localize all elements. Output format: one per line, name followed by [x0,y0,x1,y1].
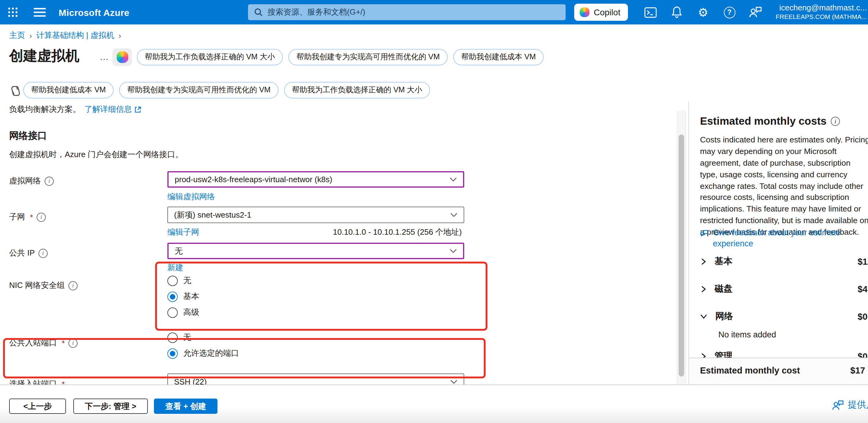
suggestion-pill[interactable]: 帮助我为工作负载选择正确的 VM 大小 [284,82,430,98]
feedback-person-icon [832,399,844,411]
public-ip-label: 公共 IPi [9,248,48,259]
product-title[interactable]: Microsoft Azure [59,7,129,18]
select-ports-label: 选择入站端口* [9,378,65,385]
user-email: icecheng@mathmast.c... [776,3,867,13]
nsg-option-basic[interactable]: 基本 [167,291,199,302]
copilot-logo-icon [580,7,589,17]
nsg-label: NIC 网络安全组i [9,280,78,291]
cost-row-disk[interactable]: 磁盘 $4.8 [700,283,868,294]
next-step-button[interactable]: 下一步: 管理 > [73,399,148,414]
chevron-right-icon [700,285,707,292]
breadcrumb: 主页 › 计算基础结构 | 虚拟机 › [9,30,121,41]
top-bar: Microsoft Azure 搜索资源、服务和文档(G+/) Copilot … [0,0,868,24]
global-search-input[interactable]: 搜索资源、服务和文档(G+/) [248,4,566,20]
notifications-bell-icon[interactable] [669,4,685,20]
radio-selected-icon [167,348,178,359]
suggestion-pill[interactable]: 帮助我创建专为实现高可用性而优化的 VM [288,49,447,65]
total-label: Estimated monthly cost [700,366,800,375]
radio-icon [167,332,178,343]
info-icon[interactable]: i [831,117,840,126]
search-placeholder: 搜索资源、服务和文档(G+/) [268,7,365,18]
inbound-ports-label: 公共入站端口*i [9,337,78,348]
user-tenant: FREELEAPS.COM (MATHMA... [776,13,867,21]
nsg-option-advanced[interactable]: 高级 [167,307,199,318]
account-info[interactable]: icecheng@mathmast.c... FREELEAPS.COM (MA… [776,3,867,21]
edit-vnet-link[interactable]: 编辑虚拟网络 [167,191,215,202]
help-icon[interactable]: ? [721,4,737,20]
copilot-badge-button[interactable] [113,48,132,66]
section-description: 创建虚拟机时，Azure 门户会创建一个网络接口。 [9,149,183,160]
page-title: 创建虚拟机 [9,47,80,65]
estimated-total-bar: Estimated monthly cost $17 [689,358,868,385]
select-ports-dropdown[interactable]: SSH (22) [167,373,464,385]
suggestion-pill[interactable]: 帮助我创建低成本 VM [23,82,114,98]
app-launcher-icon[interactable] [5,4,21,20]
cost-row-network[interactable]: 网络 $0.0 [700,311,868,322]
hamburger-menu-icon[interactable] [32,4,48,20]
topbar-icons: ⚙ ? [643,0,764,24]
section-title: 网络接口 [9,130,47,142]
chevron-down-icon [450,177,457,181]
provide-feedback-link[interactable]: 提供反馈 [832,399,868,411]
cost-panel-title: Estimated monthly costsi [700,115,840,128]
chevron-right-icon: › [119,31,121,40]
inbound-option-allow-selected[interactable]: 允许选定的端口 [167,348,239,359]
cloud-shell-icon[interactable] [643,4,658,20]
vnet-dropdown[interactable]: prod-usw2-k8s-freeleaps-virtual-networ (… [167,171,464,188]
footer-bar: <上一步 下一步: 管理 > 查看 + 创建 提供反馈 [0,385,868,423]
review-create-button[interactable]: 查看 + 创建 [154,399,217,414]
copilot-suggestions-row2: 帮助我创建低成本 VM 帮助我创建专为实现高可用性而优化的 VM 帮助我为工作负… [23,82,430,98]
chevron-down-icon [700,313,707,320]
more-options-button[interactable]: … [99,51,109,62]
suggestion-pill[interactable]: 帮助我创建低成本 VM [453,49,544,65]
radio-icon [167,275,178,286]
inbound-option-none[interactable]: 无 [167,332,191,343]
radio-selected-icon [167,291,178,302]
info-icon[interactable]: i [68,281,78,290]
breadcrumb-section[interactable]: 计算基础结构 | 虚拟机 [36,30,114,41]
speech-bubbles-icon [700,229,709,238]
cost-disclaimer: Costs indicated here are estimates only.… [700,135,868,238]
public-ip-dropdown[interactable]: 无 [167,243,464,259]
chevron-down-icon [450,379,458,384]
breadcrumb-home[interactable]: 主页 [9,30,25,41]
copilot-button[interactable]: Copilot [574,4,628,21]
scrollbar-thumb[interactable] [679,135,684,376]
radio-icon [167,307,178,317]
chevron-right-icon: › [29,31,32,40]
create-new-public-ip-link[interactable]: 新建 [167,262,183,273]
edit-subnet-link[interactable]: 编辑子网 [167,227,199,238]
copilot-outline-icon [9,84,21,97]
form-scroll-area: 负载均衡解决方案。 了解详细信息 网络接口 创建虚拟机时，Azure 门户会创建… [0,102,688,385]
cost-row-basic[interactable]: 基本 $12.9 [700,255,868,267]
external-link-icon [134,106,141,113]
suggestion-pill[interactable]: 帮助我创建专为实现高可用性而优化的 VM [119,82,278,98]
search-icon [254,8,263,17]
azure-portal: Microsoft Azure 搜索资源、服务和文档(G+/) Copilot … [0,0,868,423]
previous-step-button[interactable]: <上一步 [9,399,66,414]
vertical-scrollbar[interactable] [677,111,686,385]
learn-more-link[interactable]: 了解详细信息 [84,104,141,115]
estimate-feedback-link[interactable]: Give feedback about your estimate experi… [700,227,859,250]
subnet-dropdown[interactable]: (新项) snet-westus2-1 [167,207,464,223]
settings-gear-icon[interactable]: ⚙ [695,4,711,20]
no-items-note: No items added [718,330,776,339]
cost-panel: Estimated monthly costsi Costs indicated… [688,102,868,385]
nsg-option-none[interactable]: 无 [167,275,191,286]
copilot-logo-icon [116,51,128,63]
chevron-down-icon [450,213,458,217]
copilot-label: Copilot [594,7,620,17]
total-value: $17 [850,366,865,375]
info-icon[interactable]: i [44,176,54,186]
intro-text: 负载均衡解决方案。 [9,104,81,115]
chevron-right-icon [700,258,707,265]
subnet-range: 10.10.1.0 - 10.10.1.255 (256 个地址) [333,227,462,238]
subnet-label: 子网*i [9,212,46,223]
feedback-person-icon[interactable] [748,4,764,20]
suggestion-pill[interactable]: 帮助我为工作负载选择正确的 VM 大小 [137,49,283,65]
info-icon[interactable]: i [37,213,46,222]
info-icon[interactable]: i [68,338,78,347]
chevron-down-icon [450,249,457,253]
copilot-suggestions-top: 帮助我为工作负载选择正确的 VM 大小 帮助我创建专为实现高可用性而优化的 VM… [137,49,544,65]
info-icon[interactable]: i [38,249,48,258]
